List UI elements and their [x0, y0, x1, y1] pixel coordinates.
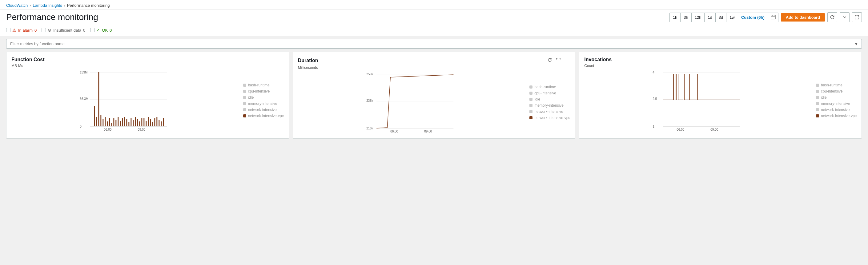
ok-count: 0	[110, 28, 112, 33]
ok-item: ✓ OK 0	[90, 28, 112, 33]
invocations-title: Invocations	[584, 57, 612, 62]
invocations-label-cpu-intensive: cpu-intensive	[821, 89, 843, 94]
time-btn-3h[interactable]: 3h	[681, 13, 691, 22]
svg-rect-36	[148, 117, 149, 126]
in-alarm-item: ⚠ In alarm 0	[6, 28, 37, 33]
invocations-dot-idle	[816, 96, 819, 99]
svg-text:09:00: 09:00	[711, 128, 718, 131]
function-cost-area: 133M 66.3M 0	[11, 69, 284, 132]
in-alarm-checkbox[interactable]	[6, 28, 10, 32]
svg-rect-13	[98, 72, 99, 126]
duration-refresh-btn[interactable]	[547, 57, 553, 64]
invocations-chart: 4 2.5 1	[584, 69, 812, 131]
breadcrumb-cloudwatch[interactable]: CloudWatch	[6, 3, 28, 8]
svg-text:4: 4	[653, 71, 655, 74]
invocations-legend-bash-runtime: bash-runtime	[816, 83, 857, 87]
insufficient-item: ⊖ Insufficient data 0	[41, 28, 85, 33]
svg-text:06:00: 06:00	[390, 130, 398, 133]
breadcrumb-sep-2: ›	[64, 3, 65, 8]
svg-rect-14	[100, 115, 101, 126]
legend-label-cpu-intensive: cpu-intensive	[248, 89, 270, 94]
ok-icon: ✓	[96, 28, 100, 33]
fullscreen-icon	[855, 15, 859, 20]
legend-label-idle: idle	[248, 95, 254, 100]
breadcrumb-lambda-insights[interactable]: Lambda Insights	[33, 3, 62, 8]
function-cost-legend: bash-runtime cpu-intensive idle memory-i…	[240, 69, 284, 132]
time-btn-custom[interactable]: Custom (6h)	[738, 13, 768, 22]
invocations-dot-bash-runtime	[816, 84, 819, 87]
insufficient-checkbox[interactable]	[41, 28, 46, 32]
breadcrumb: CloudWatch › Lambda Insights › Performan…	[6, 3, 862, 8]
duration-chart: 259k 238k 216k 06:00 09:00	[298, 71, 526, 133]
legend-item-memory-intensive: memory-intensive	[243, 101, 284, 106]
svg-rect-15	[102, 119, 103, 126]
breadcrumb-sep-1: ›	[30, 3, 31, 8]
duration-area: 259k 238k 216k 06:00 09:00 bas	[298, 71, 570, 133]
legend-dot-cpu-intensive	[243, 90, 246, 93]
duration-label-network-intensive: network-intensive	[534, 109, 563, 114]
header-controls: 1h 3h 12h 1d 3d 1w Custom (6h) Add to da…	[670, 12, 862, 22]
svg-rect-35	[146, 121, 147, 126]
calendar-icon-btn[interactable]	[768, 13, 778, 22]
svg-rect-28	[130, 118, 131, 126]
calendar-icon	[771, 14, 776, 20]
duration-expand-icon	[556, 58, 561, 62]
svg-rect-0	[771, 15, 775, 19]
legend-label-bash-runtime: bash-runtime	[248, 83, 270, 87]
svg-text:09:00: 09:00	[424, 130, 432, 133]
duration-card: Duration ⋮ Milliseconds	[293, 52, 576, 139]
function-cost-unit: MB-Ms	[11, 64, 284, 68]
duration-more-btn[interactable]: ⋮	[564, 57, 570, 64]
fullscreen-button[interactable]	[852, 12, 862, 22]
ok-label: OK	[102, 28, 108, 33]
invocations-card: Invocations Count 4 2.5 1	[579, 52, 862, 139]
refresh-icon	[830, 15, 835, 20]
duration-label-network-intensive-vpc: network-intensive-vpc	[534, 115, 570, 120]
svg-rect-18	[109, 118, 110, 126]
invocations-dot-network-intensive-vpc	[816, 114, 819, 118]
svg-text:06:00: 06:00	[104, 128, 112, 131]
dropdown-button[interactable]	[840, 12, 849, 22]
add-to-dashboard-button[interactable]: Add to dashboard	[781, 13, 825, 22]
svg-rect-43	[163, 118, 164, 126]
page-header: Performance monitoring 1h 3h 12h 1d 3d 1…	[0, 10, 868, 25]
time-btn-1h[interactable]: 1h	[670, 13, 681, 22]
duration-legend-memory-intensive: memory-intensive	[529, 103, 570, 108]
filter-bar: ▼	[0, 36, 868, 52]
time-btn-3d[interactable]: 3d	[716, 13, 726, 22]
duration-legend-network-intensive-vpc: network-intensive-vpc	[529, 115, 570, 120]
duration-svg-wrapper: 259k 238k 216k 06:00 09:00	[298, 71, 526, 133]
duration-label-idle: idle	[534, 97, 540, 101]
svg-text:09:00: 09:00	[137, 128, 145, 131]
svg-rect-31	[137, 119, 138, 126]
svg-rect-12	[96, 117, 97, 126]
svg-rect-39	[154, 119, 155, 126]
insufficient-label: Insufficient data	[53, 28, 81, 33]
invocations-legend-memory-intensive: memory-intensive	[816, 101, 857, 106]
svg-text:238k: 238k	[366, 99, 373, 102]
ok-checkbox[interactable]	[90, 28, 94, 32]
duration-expand-btn[interactable]	[555, 57, 561, 64]
time-btn-1d[interactable]: 1d	[705, 13, 715, 22]
duration-label-bash-runtime: bash-runtime	[534, 85, 556, 89]
duration-legend-cpu-intensive: cpu-intensive	[529, 91, 570, 95]
filter-input[interactable]	[6, 39, 862, 48]
svg-rect-17	[107, 122, 108, 126]
function-cost-chart: 133M 66.3M 0	[11, 69, 240, 131]
invocations-label-idle: idle	[821, 95, 827, 100]
insufficient-count: 0	[83, 28, 85, 33]
legend-item-network-intensive: network-intensive	[243, 108, 284, 112]
duration-dot-idle	[529, 98, 532, 101]
svg-rect-16	[105, 117, 105, 126]
filter-input-wrapper: ▼	[6, 39, 862, 48]
svg-rect-20	[113, 119, 114, 126]
invocations-area: 4 2.5 1	[584, 69, 857, 132]
duration-actions: ⋮	[547, 57, 570, 64]
svg-text:133M: 133M	[80, 71, 87, 74]
time-btn-12h[interactable]: 12h	[692, 13, 705, 22]
function-cost-card: Function Cost MB-Ms 133M 66.3M 0	[6, 52, 289, 139]
time-btn-1w[interactable]: 1w	[726, 13, 738, 22]
chevron-down-icon	[843, 15, 846, 19]
svg-rect-21	[116, 120, 116, 126]
refresh-button[interactable]	[827, 12, 837, 22]
